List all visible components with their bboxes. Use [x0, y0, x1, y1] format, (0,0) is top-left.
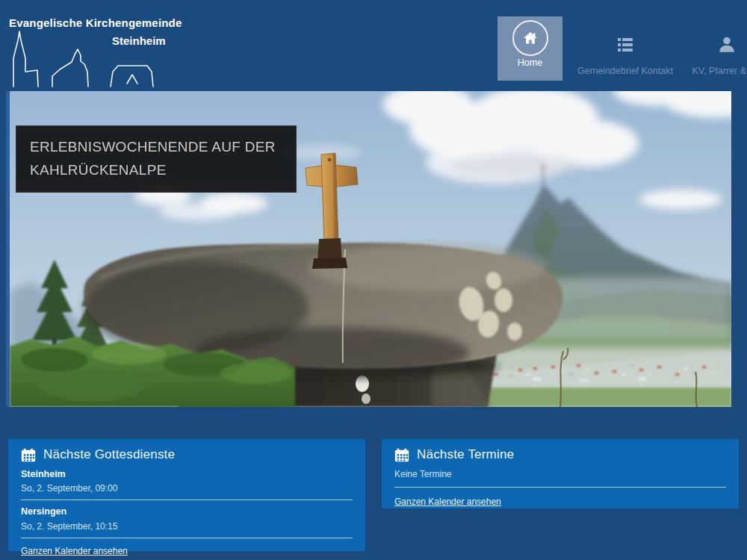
services-full-calendar-link[interactable]: Ganzen Kalender ansehen: [21, 546, 128, 556]
services-panel-title: Nächste Gottesdienste: [43, 447, 175, 462]
calendar-icon: [21, 447, 36, 462]
main-nav: Home Gemeindebrief Kontakt: [247, 0, 747, 91]
hero-headline-line2: KAHLRÜCKENALPE: [30, 159, 282, 182]
events-empty-message: Keine Termine: [394, 467, 726, 488]
events-panel-title: Nächste Termine: [417, 447, 514, 462]
service-place: Nersingen: [21, 505, 353, 519]
events-panel-header: Nächste Termine: [394, 447, 726, 462]
service-place: Steinheim: [21, 467, 353, 482]
events-panel: Nächste Termine Keine Termine Ganzen Kal…: [382, 439, 739, 508]
services-panel-header: Nächste Gottesdienste: [21, 447, 353, 462]
hero-caption[interactable]: ERLEBNISWOCHENENDE AUF DER KAHLRÜCKENALP…: [16, 125, 297, 193]
service-datetime: So, 2. September, 10:15: [21, 520, 353, 538]
calendar-icon: [394, 447, 409, 462]
list-icon: [616, 27, 634, 63]
brand-logo[interactable]: Evangelische Kirchengemeinde Steinheim: [7, 12, 172, 88]
hero-headline-line1: ERLEBNISWOCHENENDE AUF DER: [30, 136, 282, 159]
nav-label: Home: [518, 57, 542, 68]
info-panels: Nächste Gottesdienste Steinheim So, 2. S…: [8, 439, 739, 551]
nav-item-home[interactable]: Home: [498, 16, 562, 81]
home-icon: [512, 20, 548, 56]
page: Evangelische Kirchengemeinde Steinheim: [0, 0, 747, 560]
nav-item-kv-pfarrer[interactable]: KV, Pfarrer & Co: [684, 16, 747, 81]
nav-label: KV, Pfarrer & Co: [692, 66, 747, 76]
nav-item-gemeindebrief-kontakt[interactable]: Gemeindebrief Kontakt: [565, 16, 685, 81]
service-datetime: So, 2. September, 09:00: [21, 482, 353, 500]
header: Evangelische Kirchengemeinde Steinheim: [0, 0, 747, 91]
person-icon: [717, 27, 737, 63]
church-skyline-drawing: [7, 28, 166, 88]
services-panel: Nächste Gottesdienste Steinheim So, 2. S…: [8, 439, 365, 551]
hero-slider: ERLEBNISWOCHENENDE AUF DER KAHLRÜCKENALP…: [6, 91, 731, 407]
brand-title: Evangelische Kirchengemeinde: [9, 16, 182, 29]
nav-label: Gemeindebrief Kontakt: [577, 66, 673, 76]
service-entry: Nersingen So, 2. September, 10:15: [21, 505, 353, 538]
service-entry: Steinheim So, 2. September, 09:00: [21, 467, 353, 500]
events-full-calendar-link[interactable]: Ganzen Kalender ansehen: [394, 497, 501, 507]
